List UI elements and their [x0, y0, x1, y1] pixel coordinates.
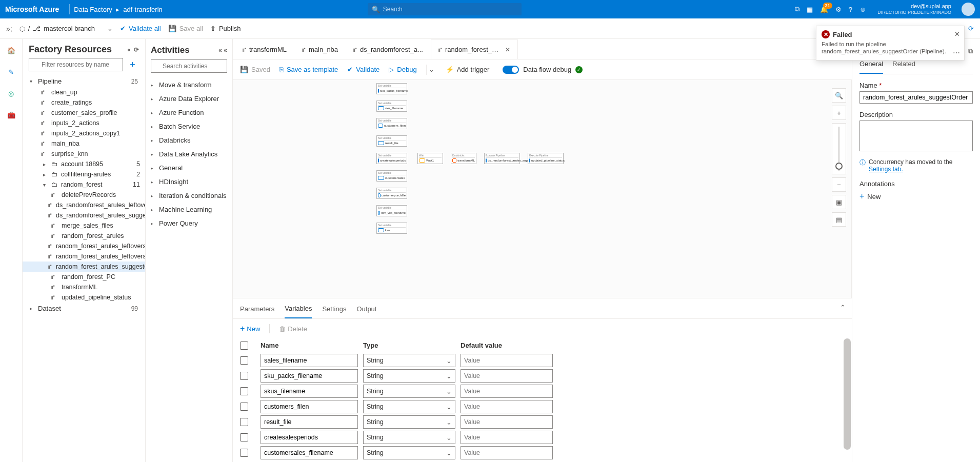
feedback-icon[interactable]: ☺	[859, 6, 866, 13]
variable-value-input[interactable]	[461, 385, 553, 398]
debug-dropdown[interactable]: ⌄	[426, 65, 436, 75]
tree-item[interactable]: ⑈ds_randomforest_arules_suggest...	[23, 210, 145, 220]
tree-item[interactable]: ⑈inputs_2_actions	[23, 118, 145, 128]
row-checkbox[interactable]	[240, 433, 248, 441]
zoom-out-icon[interactable]: −	[832, 177, 846, 192]
editor-tab[interactable]: ⑈ds_randomforest_a...	[346, 39, 431, 59]
close-icon[interactable]: ✕	[954, 30, 960, 38]
activity-category[interactable]: ▸General	[151, 161, 227, 175]
collapse-bottom-icon[interactable]: ⌃	[840, 304, 846, 311]
tree-folder[interactable]: ▸🗀collfiltering-arules2	[23, 169, 145, 179]
manage-icon[interactable]: 🧰	[4, 108, 18, 122]
variable-name-input[interactable]	[261, 354, 358, 367]
add-trigger-button[interactable]: ⚡Add trigger	[446, 66, 490, 73]
help-icon[interactable]: ?	[849, 6, 852, 13]
variable-type-select[interactable]: String⌄	[363, 431, 455, 444]
tree-item[interactable]: ⑈ds_randomforest_arules_leftovers...	[23, 200, 145, 210]
directories-icon[interactable]: ▦	[807, 6, 813, 13]
variable-name-input[interactable]	[261, 400, 358, 413]
activity-category[interactable]: ▸Batch Service	[151, 119, 227, 133]
chevron-down-icon[interactable]: ⌄	[107, 25, 113, 32]
activity-category[interactable]: ▸HDInsight	[151, 175, 227, 189]
row-checkbox[interactable]	[240, 403, 248, 411]
tree-item[interactable]: ⑈random_forest_arules_leftovers	[23, 241, 145, 251]
tree-item[interactable]: ⑈clean_up	[23, 87, 145, 97]
variable-type-select[interactable]: String⌄	[363, 369, 455, 383]
variable-name-input[interactable]	[261, 446, 358, 459]
home-icon[interactable]: 🏠	[4, 43, 18, 57]
factory-filter-input[interactable]	[29, 58, 123, 71]
publish-button[interactable]: ⇧Publish	[210, 25, 241, 32]
tree-item[interactable]: ⑈surprise_knn	[23, 149, 145, 159]
editor-tab[interactable]: ⑈transformML	[235, 39, 294, 59]
activity-category[interactable]: ▸Move & transform	[151, 78, 227, 92]
pipeline-group[interactable]: ▾Pipeline 25	[23, 75, 145, 87]
variable-value-input[interactable]	[461, 354, 553, 367]
zoom-in-icon[interactable]: +	[832, 106, 846, 120]
row-checkbox[interactable]	[240, 356, 248, 365]
user-block[interactable]: dev@suplai.app DIRECTORIO PREDETERMINADO	[877, 3, 951, 15]
minimap-icon[interactable]: ▤	[832, 212, 846, 227]
tree-item[interactable]: ⑈inputs_2_actions_copy1	[23, 128, 145, 138]
save-template-button[interactable]: ⎘Save as template	[279, 66, 338, 73]
breadcrumb-service[interactable]: Data Factory	[74, 6, 112, 13]
tab-parameters[interactable]: Parameters	[240, 303, 274, 318]
activities-search-input[interactable]	[151, 59, 227, 73]
variable-type-select[interactable]: String⌄	[363, 415, 455, 429]
variable-type-select[interactable]: String⌄	[363, 354, 455, 367]
tree-item[interactable]: ⑈random_forest_PC	[23, 272, 145, 282]
variable-name-input[interactable]	[261, 369, 358, 383]
validate-button[interactable]: ✔Validate	[347, 66, 379, 73]
git-branch[interactable]: ◌ / ⎇ mastercol branch ⌄	[19, 25, 113, 32]
notifications-icon[interactable]: 🔔31	[820, 6, 828, 13]
toast-more-icon[interactable]: ⋯	[953, 49, 960, 57]
tree-item[interactable]: ⑈deletePrevRecords	[23, 190, 145, 200]
row-checkbox[interactable]	[240, 418, 248, 426]
tree-item[interactable]: ⑈merge_sales_files	[23, 220, 145, 231]
zoom-slider[interactable]	[832, 123, 846, 174]
collapse-left-icon[interactable]: »;	[6, 25, 12, 33]
variable-name-input[interactable]	[261, 431, 358, 444]
settings-tab-link[interactable]: Settings tab.	[869, 166, 903, 173]
pin-icon[interactable]: ⟳	[134, 46, 139, 53]
tree-item[interactable]: ⑈customer_sales_profile	[23, 108, 145, 118]
activity-category[interactable]: ▸Machine Learning	[151, 203, 227, 216]
variable-type-select[interactable]: String⌄	[363, 446, 455, 459]
tab-variables[interactable]: Variables	[285, 303, 312, 318]
editor-tab[interactable]: ⑈random_forest_aru...✕	[431, 39, 518, 59]
tree-item[interactable]: ⑈create_ratings	[23, 97, 145, 108]
description-field[interactable]	[859, 120, 973, 151]
activity-category[interactable]: ▸Azure Data Explorer	[151, 92, 227, 106]
tree-item[interactable]: ⑈random_forest_arules	[23, 231, 145, 241]
variable-name-input[interactable]	[261, 385, 358, 398]
activity-category[interactable]: ▸Power Query	[151, 216, 227, 230]
select-all-checkbox[interactable]	[240, 342, 248, 350]
grid-scrollbar[interactable]	[844, 338, 851, 462]
tab-output[interactable]: Output	[356, 303, 376, 318]
row-checkbox[interactable]	[240, 449, 248, 457]
collapse-icon[interactable]: «	[127, 46, 131, 53]
add-resource-button[interactable]: +	[126, 58, 139, 71]
tree-folder[interactable]: ▸🗀account 188955	[23, 159, 145, 169]
row-checkbox[interactable]	[240, 387, 248, 395]
variable-value-input[interactable]	[461, 415, 553, 429]
dataflow-debug-toggle[interactable]	[503, 66, 519, 74]
fit-icon[interactable]: ▣	[832, 195, 846, 209]
breadcrumb[interactable]: Data Factory ▸ adf-transferin	[74, 6, 162, 13]
activity-category[interactable]: ▸Databricks	[151, 133, 227, 147]
variable-value-input[interactable]	[461, 369, 553, 383]
variable-value-input[interactable]	[461, 400, 553, 413]
close-icon[interactable]: ✕	[505, 46, 510, 53]
tree-item[interactable]: ⑈random_forest_arules_suggestOr...	[23, 262, 145, 272]
name-field[interactable]	[859, 91, 973, 104]
search-input[interactable]	[383, 6, 517, 13]
tree-folder[interactable]: ▾🗀random_forest11	[23, 179, 145, 190]
validate-all-button[interactable]: ✔Validate all	[120, 25, 161, 32]
tab-settings[interactable]: Settings	[322, 303, 346, 318]
variable-type-select[interactable]: String⌄	[363, 385, 455, 398]
copy-icon[interactable]: ⧉	[968, 47, 973, 55]
search-canvas-icon[interactable]: 🔍	[832, 88, 846, 103]
pipeline-canvas[interactable]: Set variablesku_packs_filename Set varia…	[233, 80, 852, 298]
variable-type-select[interactable]: String⌄	[363, 400, 455, 413]
monitor-icon[interactable]: ◎	[4, 86, 18, 101]
